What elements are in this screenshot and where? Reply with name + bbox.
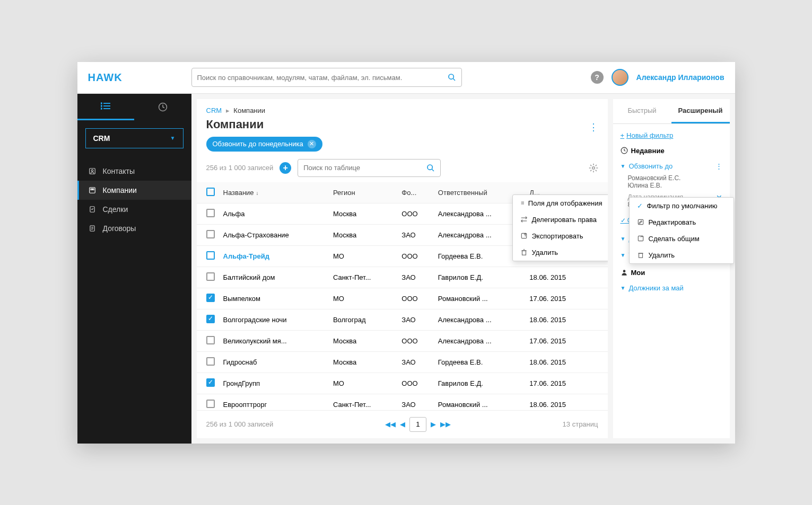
table-row[interactable]: Гидроснаб Москва ЗАО Гордеева Е.В. 18.06… — [197, 351, 608, 373]
table-row[interactable]: ГрондГрупп МО ООО Гаврилов Е.Д. 17.06. 2… — [197, 373, 608, 394]
col-region[interactable]: Регион — [329, 182, 397, 203]
module-select[interactable]: CRM ▼ — [85, 128, 184, 148]
main: CRM ▸ Компании Компании ⋮ Обзвонить до п… — [191, 94, 735, 444]
row-checkbox[interactable] — [206, 230, 215, 238]
svg-rect-13 — [92, 189, 93, 190]
sidebar-tab-history[interactable] — [134, 94, 191, 120]
tab-quick[interactable]: Быстрый — [613, 99, 671, 123]
table-row[interactable]: Великолукский мя... Москва ООО Александр… — [197, 330, 608, 351]
menu-default-filter[interactable]: ✓Фильтр по умолчанию — [630, 198, 734, 214]
col-form[interactable]: Фо... — [397, 182, 433, 203]
menu-share[interactable]: Сделать общим — [630, 231, 734, 247]
plus-icon: + — [621, 131, 625, 139]
breadcrumb-root[interactable]: CRM — [206, 107, 222, 114]
right-panel: Быстрый Расширеный + Новый фильтр Недавн… — [613, 99, 730, 438]
row-checkbox[interactable] — [206, 315, 215, 323]
col-name[interactable]: Название↓ — [219, 182, 329, 203]
cell-name: Волгоградские ночи — [219, 309, 329, 330]
nav-contacts[interactable]: Контакты — [77, 162, 191, 181]
cell-region: Москва — [329, 224, 397, 245]
menu-delete-filter[interactable]: Удалить — [630, 247, 734, 263]
global-search-input[interactable] — [197, 74, 448, 82]
prev-page[interactable]: ◀ — [400, 420, 405, 428]
table-row[interactable]: Евроопттрорг Санкт-Пет... ЗАО Романовски… — [197, 394, 608, 410]
first-page[interactable]: ◀◀ — [385, 420, 396, 428]
cell-name: Гидроснаб — [219, 351, 329, 373]
table-search[interactable] — [298, 159, 441, 177]
chevron-down-icon: ▼ — [621, 236, 626, 242]
svg-point-10 — [91, 170, 93, 172]
cell-responsible: Гаврилов Е.Д. — [434, 267, 526, 288]
contacts-icon — [88, 167, 97, 175]
svg-point-33 — [623, 270, 625, 272]
cell-region: МО — [329, 373, 397, 394]
col-responsible[interactable]: Ответственный — [434, 182, 526, 203]
page-input[interactable] — [409, 417, 426, 432]
filter-head[interactable]: ▼ Обзвонить до ⋮ — [621, 160, 722, 172]
module-label: CRM — [93, 134, 110, 143]
row-checkbox[interactable] — [206, 272, 215, 281]
row-checkbox[interactable] — [206, 251, 215, 260]
sidebar: CRM ▼ Контакты Компании — [77, 94, 191, 444]
table-row[interactable]: Вымпелком МО ООО Романовский ... 17.06. … — [197, 288, 608, 309]
menu-delegate[interactable]: Делегировать права — [513, 211, 608, 228]
filter-chip: Обзвонить до понедельника ✕ — [206, 137, 322, 152]
cell-responsible: Гордеева Е.В. — [434, 351, 526, 373]
title-row: Компании ⋮ — [197, 118, 608, 137]
chip-close-icon[interactable]: ✕ — [308, 140, 316, 148]
row-checkbox[interactable] — [206, 294, 215, 302]
table-search-input[interactable] — [303, 164, 426, 172]
table-row[interactable]: Балтийский дом Санкт-Пет... ЗАО Гаврилов… — [197, 267, 608, 288]
cell-date: 17.06. 2015 — [525, 330, 591, 351]
header: HAWK ? Александр Илларионов — [77, 62, 735, 94]
filter-more-icon[interactable]: ⋮ — [715, 162, 722, 170]
more-icon[interactable]: ⋮ — [579, 121, 608, 133]
chevron-down-icon: ▼ — [621, 285, 626, 291]
nav-deals[interactable]: Сделки — [77, 200, 191, 219]
sidebar-tab-list[interactable] — [77, 94, 135, 120]
select-all-checkbox[interactable] — [206, 188, 215, 196]
filter-head[interactable]: ▼ Должники за май — [621, 282, 722, 294]
row-checkbox[interactable] — [206, 378, 215, 387]
cell-region: Москва — [329, 351, 397, 373]
cell-form: ООО — [397, 330, 433, 351]
cell-name: Альфа-Трейд — [219, 245, 329, 267]
cell-date: 17.06. 2015 — [525, 373, 591, 394]
gear-icon[interactable] — [589, 163, 598, 173]
contracts-icon — [88, 225, 97, 232]
row-checkbox[interactable] — [206, 209, 215, 217]
table-row[interactable]: Волгоградские ночи Волгоград ЗАО Алексан… — [197, 309, 608, 330]
avatar[interactable] — [612, 69, 628, 86]
username[interactable]: Александр Илларионов — [636, 73, 724, 82]
search-icon — [448, 73, 456, 82]
nav-contracts[interactable]: Договоры — [77, 219, 191, 238]
svg-line-20 — [432, 169, 434, 171]
menu-delete[interactable]: Удалить — [513, 244, 608, 261]
nav-companies[interactable]: Компании — [77, 181, 191, 200]
svg-rect-36 — [639, 253, 642, 258]
menu-export[interactable]: Экспортировать — [513, 228, 608, 244]
pages-label: 13 страниц — [563, 420, 598, 428]
menu-fields[interactable]: Поля для отображения — [513, 195, 608, 211]
app-window: HAWK ? Александр Илларионов CRM — [77, 62, 735, 444]
menu-edit[interactable]: Редактировать — [630, 214, 734, 231]
add-button[interactable]: + — [280, 162, 291, 174]
cell-responsible: Гордеева Е.В. — [434, 245, 526, 267]
row-checkbox[interactable] — [206, 357, 215, 366]
svg-rect-12 — [91, 189, 92, 190]
help-icon[interactable]: ? — [591, 71, 604, 84]
new-filter-link[interactable]: + Новый фильтр — [621, 131, 722, 139]
nav-label: Сделки — [103, 205, 128, 214]
row-checkbox[interactable] — [206, 336, 215, 344]
tab-extended[interactable]: Расширеный — [671, 99, 730, 123]
row-checkbox[interactable] — [206, 400, 215, 408]
filter-item-4: ▼ Должники за май — [621, 282, 722, 294]
next-page[interactable]: ▶ — [431, 420, 436, 428]
chevron-down-icon: ▼ — [621, 252, 626, 258]
active-filters: Обзвонить до понедельника ✕ — [197, 137, 608, 159]
pagination: 256 из 1 000 записей ◀◀ ◀ ▶ ▶▶ 13 страни… — [197, 410, 608, 438]
last-page[interactable]: ▶▶ — [440, 420, 451, 428]
cell-date: 18.06. 2015 — [525, 267, 591, 288]
global-search[interactable] — [191, 68, 462, 87]
page-title: Компании — [197, 118, 274, 137]
